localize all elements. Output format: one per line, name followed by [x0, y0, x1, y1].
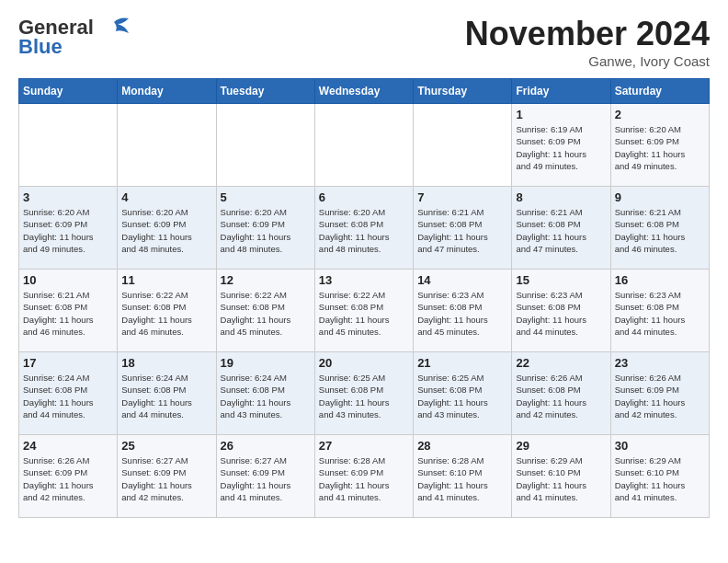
logo-bird-icon [97, 15, 131, 40]
day-number: 9 [615, 190, 705, 204]
day-number: 2 [615, 108, 705, 121]
calendar-week-1: 1Sunrise: 6:19 AM Sunset: 6:09 PM Daylig… [19, 104, 710, 187]
day-number: 3 [23, 190, 113, 204]
calendar-cell: 1Sunrise: 6:19 AM Sunset: 6:09 PM Daylig… [512, 104, 610, 187]
day-info: Sunrise: 6:20 AM Sunset: 6:09 PM Dayligh… [23, 206, 113, 255]
day-info: Sunrise: 6:21 AM Sunset: 6:08 PM Dayligh… [516, 206, 606, 255]
logo: General Blue [18, 15, 131, 57]
calendar-cell: 2Sunrise: 6:20 AM Sunset: 6:09 PM Daylig… [610, 104, 709, 187]
day-number: 30 [615, 439, 705, 453]
calendar-header-row: SundayMondayTuesdayWednesdayThursdayFrid… [19, 79, 710, 104]
day-number: 20 [319, 356, 409, 370]
calendar-cell: 29Sunrise: 6:29 AM Sunset: 6:10 PM Dayli… [512, 435, 610, 518]
day-number: 19 [221, 356, 311, 370]
calendar-week-2: 3Sunrise: 6:20 AM Sunset: 6:09 PM Daylig… [19, 187, 710, 270]
day-info: Sunrise: 6:27 AM Sunset: 6:09 PM Dayligh… [121, 454, 211, 503]
day-number: 21 [417, 356, 507, 370]
calendar-cell: 9Sunrise: 6:21 AM Sunset: 6:08 PM Daylig… [610, 187, 709, 270]
day-info: Sunrise: 6:22 AM Sunset: 6:08 PM Dayligh… [121, 289, 211, 338]
calendar-cell: 20Sunrise: 6:25 AM Sunset: 6:08 PM Dayli… [314, 352, 413, 435]
calendar-cell: 23Sunrise: 6:26 AM Sunset: 6:09 PM Dayli… [610, 352, 709, 435]
day-number: 24 [23, 439, 113, 453]
day-info: Sunrise: 6:20 AM Sunset: 6:09 PM Dayligh… [121, 206, 211, 255]
day-number: 18 [121, 356, 211, 370]
day-info: Sunrise: 6:25 AM Sunset: 6:08 PM Dayligh… [417, 372, 507, 420]
day-number: 26 [221, 439, 311, 453]
day-info: Sunrise: 6:26 AM Sunset: 6:08 PM Dayligh… [516, 372, 606, 420]
page: General Blue November 2024 Ganwe, Ivory … [0, 0, 728, 536]
day-number: 23 [615, 356, 705, 370]
day-info: Sunrise: 6:22 AM Sunset: 6:08 PM Dayligh… [319, 289, 409, 338]
day-info: Sunrise: 6:26 AM Sunset: 6:09 PM Dayligh… [23, 454, 113, 503]
day-number: 15 [516, 273, 606, 287]
day-number: 28 [417, 439, 507, 453]
day-number: 22 [516, 356, 606, 370]
calendar-cell: 19Sunrise: 6:24 AM Sunset: 6:08 PM Dayli… [216, 352, 314, 435]
day-number: 14 [417, 273, 507, 287]
calendar-cell [19, 104, 118, 187]
calendar-cell: 6Sunrise: 6:20 AM Sunset: 6:08 PM Daylig… [314, 187, 413, 270]
calendar-week-5: 24Sunrise: 6:26 AM Sunset: 6:09 PM Dayli… [19, 435, 710, 518]
day-info: Sunrise: 6:28 AM Sunset: 6:09 PM Dayligh… [319, 454, 409, 503]
calendar-cell: 15Sunrise: 6:23 AM Sunset: 6:08 PM Dayli… [512, 270, 610, 352]
day-header-sunday: Sunday [19, 79, 118, 104]
logo-blue: Blue [18, 37, 63, 57]
day-number: 17 [23, 356, 113, 370]
day-info: Sunrise: 6:19 AM Sunset: 6:09 PM Dayligh… [516, 123, 606, 172]
day-number: 27 [319, 439, 409, 453]
day-info: Sunrise: 6:20 AM Sunset: 6:08 PM Dayligh… [319, 206, 409, 255]
calendar-cell: 21Sunrise: 6:25 AM Sunset: 6:08 PM Dayli… [414, 352, 512, 435]
day-number: 13 [319, 273, 409, 287]
calendar-cell: 14Sunrise: 6:23 AM Sunset: 6:08 PM Dayli… [414, 270, 512, 352]
day-info: Sunrise: 6:27 AM Sunset: 6:09 PM Dayligh… [221, 454, 311, 503]
header: General Blue November 2024 Ganwe, Ivory … [18, 15, 710, 69]
day-info: Sunrise: 6:24 AM Sunset: 6:08 PM Dayligh… [23, 372, 113, 420]
day-info: Sunrise: 6:24 AM Sunset: 6:08 PM Dayligh… [221, 372, 311, 420]
calendar-cell: 5Sunrise: 6:20 AM Sunset: 6:09 PM Daylig… [216, 187, 314, 270]
day-info: Sunrise: 6:23 AM Sunset: 6:08 PM Dayligh… [417, 289, 507, 338]
calendar-cell [216, 104, 314, 187]
calendar-cell: 26Sunrise: 6:27 AM Sunset: 6:09 PM Dayli… [216, 435, 314, 518]
day-number: 11 [121, 273, 211, 287]
day-number: 8 [516, 190, 606, 204]
day-number: 25 [121, 439, 211, 453]
calendar-cell [118, 104, 216, 187]
calendar-cell: 25Sunrise: 6:27 AM Sunset: 6:09 PM Dayli… [118, 435, 216, 518]
calendar-cell: 11Sunrise: 6:22 AM Sunset: 6:08 PM Dayli… [118, 270, 216, 352]
day-info: Sunrise: 6:26 AM Sunset: 6:09 PM Dayligh… [615, 372, 705, 420]
day-header-wednesday: Wednesday [314, 79, 413, 104]
title-block: November 2024 Ganwe, Ivory Coast [465, 15, 710, 69]
day-header-tuesday: Tuesday [216, 79, 314, 104]
day-info: Sunrise: 6:21 AM Sunset: 6:08 PM Dayligh… [417, 206, 507, 255]
day-info: Sunrise: 6:24 AM Sunset: 6:08 PM Dayligh… [121, 372, 211, 420]
calendar-cell: 10Sunrise: 6:21 AM Sunset: 6:08 PM Dayli… [19, 270, 118, 352]
calendar-cell: 8Sunrise: 6:21 AM Sunset: 6:08 PM Daylig… [512, 187, 610, 270]
location: Ganwe, Ivory Coast [465, 53, 710, 69]
calendar-cell: 13Sunrise: 6:22 AM Sunset: 6:08 PM Dayli… [314, 270, 413, 352]
day-info: Sunrise: 6:29 AM Sunset: 6:10 PM Dayligh… [516, 454, 606, 503]
calendar-cell: 12Sunrise: 6:22 AM Sunset: 6:08 PM Dayli… [216, 270, 314, 352]
day-number: 4 [121, 190, 211, 204]
day-info: Sunrise: 6:28 AM Sunset: 6:10 PM Dayligh… [417, 454, 507, 503]
calendar-week-3: 10Sunrise: 6:21 AM Sunset: 6:08 PM Dayli… [19, 270, 710, 352]
day-number: 7 [417, 190, 507, 204]
day-header-friday: Friday [512, 79, 610, 104]
calendar-cell: 4Sunrise: 6:20 AM Sunset: 6:09 PM Daylig… [118, 187, 216, 270]
calendar-cell: 30Sunrise: 6:29 AM Sunset: 6:10 PM Dayli… [610, 435, 709, 518]
calendar-cell: 16Sunrise: 6:23 AM Sunset: 6:08 PM Dayli… [610, 270, 709, 352]
month-title: November 2024 [465, 15, 710, 53]
day-info: Sunrise: 6:20 AM Sunset: 6:09 PM Dayligh… [221, 206, 311, 255]
calendar-cell: 3Sunrise: 6:20 AM Sunset: 6:09 PM Daylig… [19, 187, 118, 270]
calendar-cell: 28Sunrise: 6:28 AM Sunset: 6:10 PM Dayli… [414, 435, 512, 518]
day-number: 29 [516, 439, 606, 453]
calendar-cell: 27Sunrise: 6:28 AM Sunset: 6:09 PM Dayli… [314, 435, 413, 518]
calendar-cell [314, 104, 413, 187]
day-header-thursday: Thursday [414, 79, 512, 104]
calendar: SundayMondayTuesdayWednesdayThursdayFrid… [18, 78, 710, 518]
calendar-cell [414, 104, 512, 187]
day-info: Sunrise: 6:21 AM Sunset: 6:08 PM Dayligh… [615, 206, 705, 255]
calendar-week-4: 17Sunrise: 6:24 AM Sunset: 6:08 PM Dayli… [19, 352, 710, 435]
day-number: 16 [615, 273, 705, 287]
day-number: 12 [221, 273, 311, 287]
day-info: Sunrise: 6:23 AM Sunset: 6:08 PM Dayligh… [615, 289, 705, 338]
